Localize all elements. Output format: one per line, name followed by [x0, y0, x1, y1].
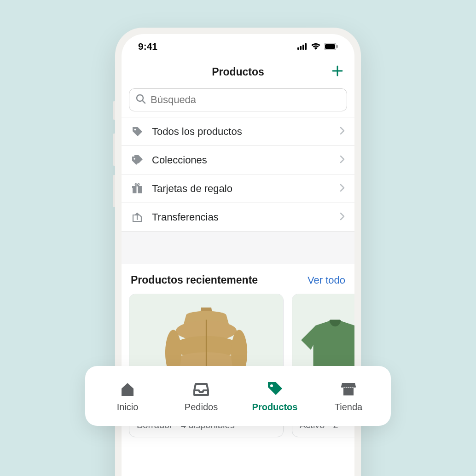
menu-item-collections[interactable]: Colecciones [122, 146, 354, 174]
svg-rect-2 [302, 45, 304, 50]
phone-side-button [113, 101, 115, 120]
battery-icon [324, 41, 338, 52]
wifi-icon [311, 41, 321, 52]
svg-point-22 [270, 384, 273, 387]
bottom-nav: Inicio Pedidos Productos Tienda [85, 366, 391, 426]
cellular-icon [297, 41, 308, 52]
chevron-right-icon [340, 155, 345, 165]
phone-volume-down [113, 175, 115, 207]
status-bar: 9:41 [122, 34, 354, 59]
status-time: 9:41 [138, 41, 157, 52]
menu-label: Transferencias [152, 211, 331, 223]
tag-icon [266, 380, 284, 398]
menu-item-gift-cards[interactable]: Tarjetas de regalo [122, 174, 354, 203]
menu-item-transfers[interactable]: Transferencias [122, 203, 354, 232]
page-title: Productos [212, 66, 264, 78]
search-container [122, 85, 354, 117]
inbox-icon [192, 380, 210, 398]
svg-rect-23 [343, 388, 354, 395]
tag-icon [131, 125, 144, 138]
svg-rect-13 [137, 186, 138, 193]
svg-point-9 [134, 128, 136, 130]
gift-icon [131, 182, 144, 195]
chevron-right-icon [340, 212, 345, 222]
nav-item-home[interactable]: Inicio [100, 380, 155, 412]
search-field[interactable] [129, 88, 347, 111]
menu-label: Colecciones [152, 154, 331, 166]
search-input[interactable] [151, 94, 340, 106]
recent-header: Productos recientemente Ver todo [122, 264, 354, 294]
chevron-right-icon [340, 184, 345, 194]
nav-item-store[interactable]: Tienda [321, 380, 376, 412]
nav-label: Productos [252, 402, 298, 412]
chevron-right-icon [340, 127, 345, 137]
recent-title: Productos recientemente [131, 274, 258, 286]
section-gap [122, 232, 354, 264]
tags-icon [131, 154, 144, 167]
menu-label: Todos los productos [152, 126, 331, 138]
app-header: Productos [122, 59, 354, 85]
menu-list: Todos los productos Colecciones Tarjet [122, 117, 354, 232]
svg-rect-6 [337, 45, 338, 48]
status-indicators [297, 41, 338, 52]
svg-rect-5 [325, 44, 335, 49]
svg-rect-0 [297, 47, 299, 50]
svg-rect-3 [305, 43, 307, 50]
transfer-icon [131, 211, 144, 224]
see-all-link[interactable]: Ver todo [308, 274, 345, 286]
nav-item-products[interactable]: Productos [247, 380, 302, 412]
search-icon [136, 94, 146, 106]
svg-rect-1 [300, 46, 302, 50]
home-icon [118, 380, 137, 398]
nav-label: Inicio [117, 402, 139, 412]
store-icon [339, 380, 358, 398]
plus-icon [331, 65, 343, 79]
nav-label: Tienda [335, 402, 362, 412]
svg-line-8 [143, 101, 145, 104]
menu-item-all-products[interactable]: Todos los productos [122, 117, 354, 146]
menu-label: Tarjetas de regalo [152, 183, 331, 195]
add-button[interactable] [331, 65, 344, 79]
nav-item-orders[interactable]: Pedidos [174, 380, 229, 412]
nav-label: Pedidos [185, 402, 218, 412]
phone-volume-up [113, 134, 115, 166]
svg-point-10 [134, 158, 135, 160]
